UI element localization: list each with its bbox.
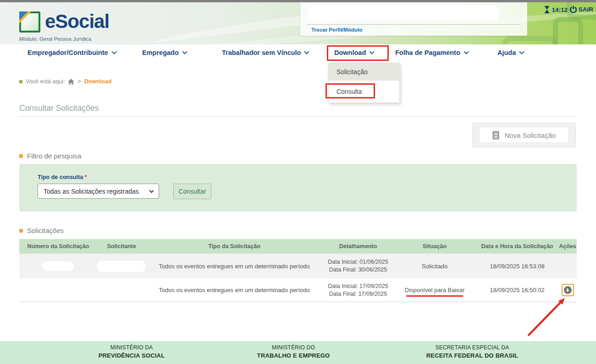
footer-line: MINISTÉRIO DA — [58, 344, 205, 351]
logout-label: SAIR — [579, 6, 593, 13]
power-icon — [569, 5, 577, 13]
download-button[interactable] — [562, 284, 574, 296]
cell-detalhamento: Data Inicial: 01/06/2025 Data Final: 30/… — [323, 258, 393, 274]
page-title: Consultar Solicitações — [19, 103, 99, 113]
chevron-down-icon — [464, 49, 469, 54]
tipo-consulta-label: Tipo de consulta * — [38, 174, 87, 180]
data-inicial: Data Inicial: 17/09/2025 — [323, 283, 393, 290]
filter-section-title: Filtro de pesquisa — [27, 152, 81, 160]
app-header: eSocial Módulo: Geral Pessoa Jurídica Tr… — [0, 2, 596, 44]
session-time: 14:12 — [552, 6, 568, 13]
title-divider — [19, 116, 577, 117]
chevron-down-icon — [370, 49, 375, 54]
footer-line: MINISTÉRIO DO — [220, 344, 367, 351]
redacted-numero — [42, 261, 74, 271]
hourglass-icon — [544, 6, 550, 13]
cell-situacao: Disponível para Baixar — [393, 286, 476, 294]
nav-empregador-contribuinte[interactable]: Empregador/Contribuinte — [28, 49, 116, 56]
logo-fold-blue — [19, 11, 28, 20]
filter-section-heading: Filtro de pesquisa — [19, 152, 81, 160]
menu-item-consulta[interactable]: Consulta — [329, 81, 399, 102]
nav-empregado[interactable]: Empregado — [142, 49, 187, 56]
breadcrumb-separator: > — [77, 78, 81, 85]
data-final: Data Final: 17/09/2025 — [323, 290, 393, 298]
chevron-down-icon — [182, 49, 187, 54]
download-dropdown-menu: Solicitação Consulta — [328, 63, 400, 103]
col-solicitante: Solicitante — [97, 243, 146, 250]
home-icon[interactable] — [68, 79, 74, 85]
nav-folha-de-pagamento[interactable]: Folha de Pagamento — [395, 49, 468, 56]
module-label: Módulo: Geral Pessoa Jurídica — [19, 36, 91, 42]
logout-button[interactable]: SAIR — [569, 5, 593, 13]
document-icon — [492, 131, 499, 140]
requests-table: Número da Solicitação Solicitante Tipo d… — [19, 239, 577, 302]
nav-label: Empregado — [142, 49, 179, 56]
table-row: Todos os eventos entregues em um determi… — [19, 278, 577, 302]
breadcrumb: Você está aqui: > Download — [19, 78, 112, 85]
filter-panel: Tipo de consulta * Todas as Solicitações… — [19, 164, 577, 212]
nav-label: Folha de Pagamento — [395, 49, 460, 56]
user-info-panel: Trocar Perfil/Módulo — [300, 2, 527, 36]
required-asterisk: * — [85, 174, 87, 180]
data-inicial: Data Inicial: 01/06/2025 — [323, 258, 393, 266]
new-request-container: Nova Solicitação — [472, 123, 576, 147]
requests-section-title: Solicitações — [27, 227, 64, 234]
footer-line: SECRETARIA ESPECIAL DA — [399, 344, 546, 351]
nav-trabalhador-sem-vinculo[interactable]: Trabalhador sem Vínculo — [222, 49, 309, 56]
select-value: Todas as Solicitações registradas — [44, 188, 150, 195]
footer-trabalho: MINISTÉRIO DO TRABALHO E EMPREGO — [220, 344, 367, 359]
requests-section-heading: Solicitações — [19, 227, 64, 234]
chevron-down-icon — [304, 49, 309, 54]
cell-tipo: Todos os eventos entregues em um determi… — [146, 262, 323, 270]
session-clock: 14:12 — [544, 6, 568, 13]
footer-line: PREVIDÊNCIA SOCIAL — [58, 352, 205, 359]
menu-item-solicitacao[interactable]: Solicitação — [329, 63, 399, 81]
col-data-hora: Data e Hora da Solicitação — [476, 243, 558, 250]
breadcrumb-bullet — [19, 80, 22, 83]
new-request-label: Nova Solicitação — [505, 131, 556, 139]
table-header-row: Número da Solicitação Solicitante Tipo d… — [19, 239, 577, 254]
nav-label: Trabalhador sem Vínculo — [222, 49, 301, 56]
table-row: Todos os eventos entregues em um determi… — [19, 254, 577, 278]
footer-receita: SECRETARIA ESPECIAL DA RECEITA FEDERAL D… — [399, 344, 546, 359]
chevron-down-icon — [111, 49, 116, 54]
footer: MINISTÉRIO DA PREVIDÊNCIA SOCIAL MINISTÉ… — [0, 341, 596, 364]
nav-label: Ajuda — [497, 49, 516, 56]
section-bullet — [19, 229, 23, 233]
header-square-decoration — [502, 36, 557, 44]
main-navigation: Empregador/Contribuinte Empregado Trabal… — [0, 44, 596, 63]
data-final: Data Final: 30/06/2025 — [323, 266, 393, 274]
logo-text: eSocial — [45, 11, 109, 32]
nav-label: Empregador/Contribuinte — [28, 49, 108, 56]
nav-label: Download — [334, 49, 366, 56]
change-profile-link[interactable]: Trocar Perfil/Módulo — [311, 27, 362, 33]
new-request-button[interactable]: Nova Solicitação — [480, 128, 568, 142]
esocial-logo-icon — [19, 11, 40, 33]
nav-ajuda[interactable]: Ajuda — [497, 49, 524, 56]
chevron-down-icon — [519, 49, 524, 54]
redacted-user-info — [307, 5, 500, 21]
breadcrumb-current[interactable]: Download — [84, 78, 112, 85]
footer-line: RECEITA FEDERAL DO BRASIL — [399, 352, 546, 359]
info-panel-divider — [307, 24, 521, 25]
col-detalhamento: Detalhamento — [323, 243, 393, 250]
field-label-text: Tipo de consulta — [38, 174, 83, 180]
header-square-decoration — [553, 17, 583, 44]
download-icon — [564, 286, 572, 294]
footer-line: TRABALHO E EMPREGO — [220, 352, 367, 359]
consultar-button[interactable]: Consultar — [173, 184, 211, 199]
redacted-solicitante — [97, 261, 146, 272]
cell-tipo: Todos os eventos entregues em um determi… — [146, 286, 323, 294]
cell-detalhamento: Data Inicial: 17/09/2025 Data Final: 17/… — [323, 283, 393, 298]
cell-acoes — [558, 284, 577, 296]
section-bullet — [19, 154, 23, 158]
cell-data-hora: 18/09/2025 16:50:02 — [476, 286, 558, 294]
cell-data-hora: 18/09/2025 16:53:08 — [476, 262, 558, 270]
nav-download[interactable]: Download — [334, 49, 374, 56]
tipo-consulta-select[interactable]: Todas as Solicitações registradas — [38, 184, 159, 199]
col-situacao: Situação — [393, 243, 476, 250]
cell-situacao: Solicitado — [393, 262, 476, 270]
col-numero: Número da Solicitação — [19, 243, 97, 250]
breadcrumb-label: Você está aqui: — [26, 78, 65, 85]
col-acoes: Ações — [558, 243, 577, 250]
